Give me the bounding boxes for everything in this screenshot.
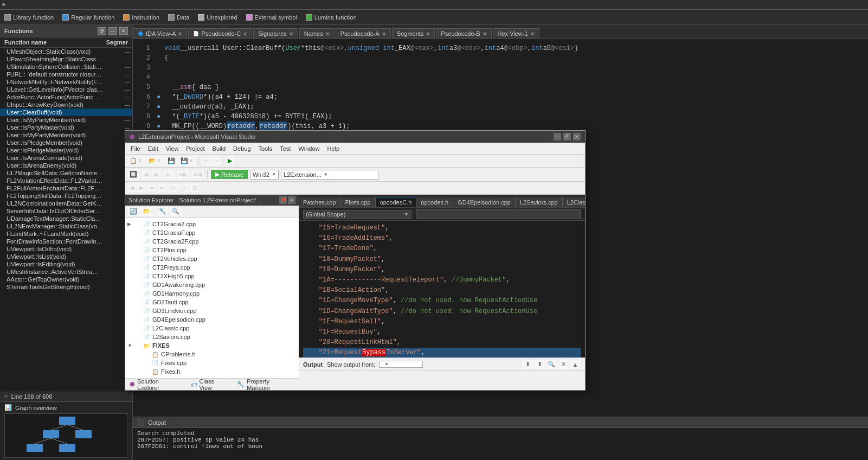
save-all-btn[interactable]: 💾▼ (178, 156, 196, 165)
platform-dropdown[interactable]: Win32 ▼ (250, 170, 279, 180)
list-item[interactable]: UViewport::IsList(void)— (0, 253, 132, 260)
sol-close-btn[interactable]: ✕ (288, 196, 295, 204)
tab-ida-view-a[interactable]: 🔷 IDA View-A ✕ (133, 28, 187, 39)
comment-btn[interactable]: //+ (168, 184, 179, 193)
tree-item[interactable]: 📄L2Saviors.cpp (125, 333, 299, 341)
output-btn-2[interactable]: ⬆ (534, 360, 545, 369)
sol-tab-property-manager[interactable]: 🔧 Property Manager (233, 379, 299, 390)
tab-close-icon[interactable]: ✕ (530, 31, 535, 37)
sol-tree[interactable]: ▶ 📄CT2Gracia2.cpp 📄CT2GraciaF.cpp 📄CT2Gr… (125, 218, 299, 378)
menu-project[interactable]: Project (183, 144, 208, 153)
list-item[interactable]: UViewport::IsEditing(void)— (0, 260, 132, 268)
list-item[interactable]: UL2NCombinationItemData::GetKey(void)— (0, 200, 132, 207)
list-item[interactable]: ActorFunc::ActorFunc(ActorFunc const &)— (0, 93, 132, 101)
menu-help[interactable]: Help (324, 144, 343, 153)
undo-btn[interactable]: ↩ (201, 156, 210, 165)
vs-code-content[interactable]: "15=TradeRequest", "16=TradeAddItems", "… (299, 221, 585, 357)
tab-close-icon[interactable]: ✕ (243, 31, 247, 37)
tree-item[interactable]: 📄Fixes.cpp (125, 359, 299, 367)
menu-tools[interactable]: Tools (255, 144, 276, 153)
outdent-btn[interactable]: ⇐ (157, 183, 166, 193)
sol-new-folder-btn[interactable]: 📁+ (140, 207, 156, 216)
tab-pseudocode-a[interactable]: Pseudocode-A ✕ (336, 28, 391, 39)
tab-close-icon[interactable]: ✕ (382, 31, 386, 37)
tree-item[interactable]: 📄GD4Epeisodion.cpp (125, 315, 299, 324)
list-item[interactable]: ServerInfoData::IsOutOfOrderServer(void)… (0, 207, 132, 215)
tree-item[interactable]: 📄GD1Awakening.cpp (125, 280, 299, 289)
list-item[interactable]: User::IsMyPartyMember(void)— (0, 131, 132, 139)
list-item[interactable]: UL2NEnvManager::StaticClass(void)— (0, 222, 132, 230)
output-btn-4[interactable]: ✕ (558, 360, 569, 369)
list-item[interactable]: UViewport::IsOrtho(void)— (0, 245, 132, 253)
close-btn[interactable]: ✕ (119, 27, 128, 35)
toolbar-icon-d[interactable]: A+ (163, 170, 175, 179)
tab-pseudocode-b[interactable]: Pseudocode-B ✕ (436, 28, 491, 39)
close-window-btn[interactable]: ✕ (573, 133, 581, 140)
new-project-btn[interactable]: 📋▼ (127, 156, 145, 165)
tree-item[interactable]: 📄CT2GraciaF.cpp (125, 228, 299, 237)
list-item[interactable]: User::IsPledgeMember(void)— (0, 139, 132, 146)
tab-names[interactable]: Names ✕ (299, 28, 335, 39)
tab-segments[interactable]: Segments ✕ (392, 28, 435, 39)
vs-tab-l2saviors[interactable]: L2Saviors.cpp (516, 197, 563, 207)
sol-pin-btn[interactable]: 📌 (279, 196, 287, 204)
list-item[interactable]: UMeshInstance::ActiveVertStreamSize(void… (0, 268, 132, 276)
list-item[interactable]: STerrainToolsGetStrength(void)— (0, 283, 132, 291)
scope-dropdown[interactable]: (Global Scope) ▼ (303, 210, 412, 219)
list-item[interactable]: USimulationSphereCollision::StaticClass(… (0, 63, 132, 71)
vs-tab-l2classic[interactable]: L2Classic.cpp (563, 197, 585, 207)
list-item[interactable]: User::IsArenaEnemy(void)— (0, 162, 132, 169)
tree-item[interactable]: 📄CT2Vehicles.cpp (125, 254, 299, 263)
tree-item[interactable]: 📄CT2Plus.cpp (125, 246, 299, 254)
tab-close-icon[interactable]: ✕ (178, 31, 182, 37)
vs-tab-opcodes[interactable]: opcodes.h (416, 197, 453, 207)
menu-test[interactable]: Test (277, 144, 294, 153)
format-btn[interactable]: ⊞ (190, 183, 200, 193)
redo-btn[interactable]: ↪ (211, 156, 221, 165)
tab-close-icon[interactable]: ✕ (289, 31, 293, 37)
tab-close-icon[interactable]: ✕ (426, 31, 430, 37)
tree-item[interactable]: 📋CProblems.h (125, 350, 299, 359)
toolbar-icon-e[interactable]: ≡▶ (177, 170, 189, 179)
menu-edit[interactable]: Edit (145, 144, 162, 153)
tab-pseudocode-c[interactable]: 📄 Pseudocode-C ✕ (188, 28, 252, 39)
output-expand-btn[interactable]: ▲ (570, 360, 581, 369)
list-item[interactable]: FL2ToppingSkillData::FL2ToppingSkillData… (0, 192, 132, 200)
list-item-selected[interactable]: User::ClearBuff(void) (0, 108, 132, 116)
list-item[interactable]: User::IsMyPartyMember(void)— (0, 116, 132, 124)
list-item[interactable]: FURL:: `default constructor closure'(voi… (0, 71, 132, 78)
sol-filter-btn[interactable]: 🔍 (170, 207, 182, 216)
list-item[interactable]: ULevel::GetLevelInfo(FVector class *)— (0, 86, 132, 93)
list-item[interactable]: FL2FullArmorEnchantData::FL2FullArmorEnc… (0, 184, 132, 192)
list-item[interactable]: User::IsArenaComrade(void)— (0, 154, 132, 162)
menu-view[interactable]: View (163, 144, 182, 153)
tree-item[interactable]: ▼ 📁FIXES (125, 341, 299, 350)
sol-tab-class-view[interactable]: 🏷 Class View (187, 379, 233, 390)
tab-close-icon[interactable]: ✕ (325, 31, 330, 37)
run-button[interactable]: ▶ Release (211, 170, 248, 179)
forward-btn[interactable]: ▶ (137, 183, 146, 193)
restore-btn[interactable]: 🗗 (98, 27, 106, 35)
toolbar-icon-c[interactable]: ▶ (152, 170, 161, 179)
vs-output-source-dropdown[interactable]: ▼ (380, 361, 423, 368)
tree-item[interactable]: 📄GD3Lindvior.cpp (125, 306, 299, 315)
list-item[interactable]: FLandMark::~FLandMark(void)— (0, 230, 132, 238)
list-item[interactable]: UInput::ArrowKeyDown(void)— (0, 101, 132, 108)
tree-item[interactable]: ▶ 📄CT2Gracia2.cpp (125, 220, 299, 228)
uncomment-btn[interactable]: //- (180, 184, 190, 193)
vs-tab-gd4[interactable]: GD4Epeisodion.cpp (453, 197, 516, 207)
restore-window-btn[interactable]: 🗗 (563, 133, 571, 140)
tab-signatures[interactable]: Signatures ✕ (253, 28, 298, 39)
tab-hex-view-1[interactable]: Hex View-1 ✕ (493, 28, 539, 39)
list-item[interactable]: UL2MagicSkillData::GetIconName(void)— (0, 169, 132, 177)
tree-item[interactable]: 📄CT2Freya.cpp (125, 263, 299, 272)
menu-build[interactable]: Build (209, 144, 229, 153)
tree-item[interactable]: 📄L2Classic.cpp (125, 324, 299, 333)
vs-tab-patches[interactable]: Patches.cpp (299, 197, 341, 207)
functions-list[interactable]: UMeshObject::StaticClass(void)— UPawnShe… (0, 48, 132, 392)
target-dropdown[interactable]: L2Extension... ▼ (281, 170, 378, 180)
sol-props-btn[interactable]: 🔧 (157, 207, 169, 216)
menu-file[interactable]: File (127, 144, 144, 153)
indent-btn[interactable]: ⇒ (147, 183, 156, 193)
list-item[interactable]: User::IsPledgeMaster(void)— (0, 146, 132, 154)
